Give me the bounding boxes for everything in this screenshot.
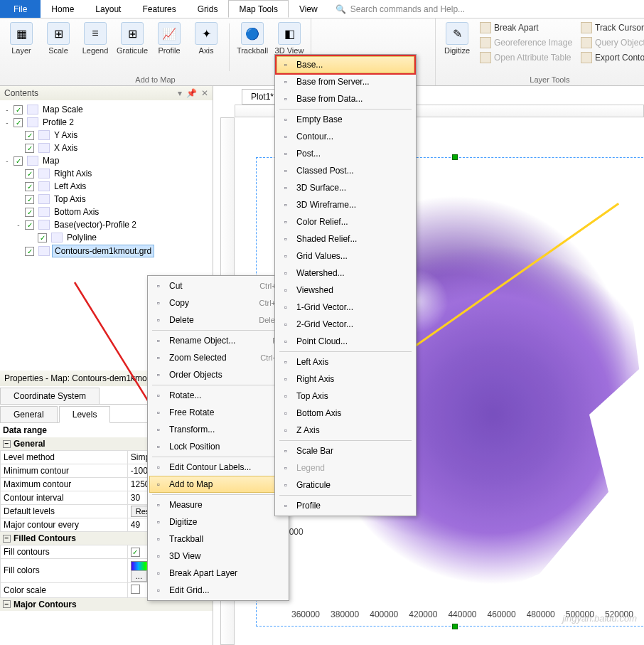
menu-item[interactable]: ▫DeleteDelete <box>149 311 287 329</box>
menu-item[interactable]: ▫Grid Values... <box>277 247 414 265</box>
checkbox[interactable]: ✓ <box>38 233 47 242</box>
tree-item[interactable]: ✓Contours-dem1kmout.grd <box>1 244 211 258</box>
menu-item[interactable]: ▫2-Grid Vector... <box>277 316 414 333</box>
ribbon-trackcursor-button[interactable]: Track Cursor <box>578 21 644 35</box>
tree-item[interactable]: -✓Profile 2 <box>1 116 211 129</box>
tree-item[interactable]: -✓Map <box>1 154 211 167</box>
dropdown-icon[interactable]: ▾ <box>178 88 182 98</box>
menu-item[interactable]: ▫3D Wireframe... <box>277 196 414 213</box>
menu-item[interactable]: ▫Scale Bar <box>277 442 414 459</box>
tab-layout[interactable]: Layout <box>85 0 132 18</box>
menu-item[interactable]: ▫Right Axis <box>277 371 414 388</box>
checkbox[interactable]: ✓ <box>25 131 34 140</box>
menu-item[interactable]: ▫Transform... <box>149 421 287 438</box>
menu-item[interactable]: ▫Bottom Axis <box>277 405 414 422</box>
tree-item[interactable]: -✓Map Scale <box>1 103 211 116</box>
menu-item[interactable]: ▫Free Rotate <box>149 404 287 421</box>
tab-maptools[interactable]: Map Tools <box>228 0 288 18</box>
tree-item[interactable]: ✓Bottom Axis <box>1 206 211 218</box>
tree-item[interactable]: ✓Y Axis <box>1 129 211 142</box>
tree-item[interactable]: ✓Left Axis <box>1 180 211 193</box>
ribbon-profile-button[interactable]: 📈Profile <box>152 21 186 74</box>
menu-item[interactable]: ▫Edit Contour Labels... <box>149 459 287 476</box>
expander-icon[interactable]: - <box>3 119 11 127</box>
checkbox[interactable]: ✓ <box>25 169 34 178</box>
ribbon-legend-button[interactable]: ≡Legend <box>78 21 112 74</box>
menu-item[interactable]: ▫Base from Data... <box>277 90 414 107</box>
menu-item[interactable]: ▫Viewshed <box>277 282 414 299</box>
menu-item[interactable]: ▫Rotate... <box>149 387 287 404</box>
tab-grids[interactable]: Grids <box>187 0 229 18</box>
context-menu-main[interactable]: ▫CutCtrl+X▫CopyCtrl+C▫DeleteDelete▫Renam… <box>147 275 289 601</box>
ribbon-layer-button[interactable]: ▦Layer <box>4 21 38 74</box>
ribbon-axis-button[interactable]: ✦Axis <box>189 21 223 74</box>
tree-item[interactable]: ✓Polyline <box>1 231 211 244</box>
menu-item[interactable]: ▫Color Relief... <box>277 213 414 230</box>
tree-item[interactable]: ✓X Axis <box>1 142 211 154</box>
menu-item[interactable]: ▫1-Grid Vector... <box>277 299 414 316</box>
context-menu-addtomap[interactable]: ▫Base...▫Base from Server...▫Base from D… <box>274 54 417 516</box>
menu-item[interactable]: ▫Rename Object...F2 <box>149 332 287 349</box>
menu-item[interactable]: ▫3D View <box>149 548 287 565</box>
menu-item[interactable]: ▫Profile <box>277 497 414 514</box>
menu-item[interactable]: ▫Contour... <box>277 128 414 145</box>
menu-item[interactable]: ▫CopyCtrl+C <box>149 294 287 311</box>
menu-item[interactable]: ▫Post... <box>277 145 414 162</box>
handle-bottom[interactable] <box>452 624 458 629</box>
menu-item[interactable]: ▫Order Objects▶ <box>149 366 287 383</box>
tree-item[interactable]: ✓Right Axis <box>1 167 211 180</box>
menu-item[interactable]: ▫Lock Position <box>149 438 287 455</box>
menu-item[interactable]: ▫Digitize <box>149 513 287 531</box>
checkbox[interactable]: ✓ <box>25 220 34 230</box>
checkbox[interactable]: ✓ <box>14 105 23 114</box>
menu-item[interactable]: ▫Left Axis <box>277 353 414 371</box>
tab-view[interactable]: View <box>289 0 328 18</box>
checkbox[interactable]: ✓ <box>25 247 34 256</box>
handle-top[interactable] <box>452 154 458 160</box>
ribbon-breakapart-button[interactable]: Break Apart <box>477 21 575 35</box>
tab-home[interactable]: Home <box>41 0 85 18</box>
menu-item[interactable]: ▫Point Cloud... <box>277 333 414 350</box>
menu-item[interactable]: ▫Graticule <box>277 476 414 494</box>
ribbon-exportcontours-button[interactable]: Export Contours <box>578 50 644 65</box>
tab-coordsys[interactable]: Coordinate System <box>0 388 100 405</box>
expander-icon[interactable]: - <box>3 157 11 165</box>
tab-features[interactable]: Features <box>132 0 186 18</box>
pin-icon[interactable]: 📌 <box>186 88 197 98</box>
ribbon-graticule-button[interactable]: ⊞Graticule <box>115 21 149 74</box>
checkbox[interactable]: ✓ <box>25 208 34 217</box>
tab-file[interactable]: File <box>0 0 41 18</box>
checkbox[interactable]: ✓ <box>25 195 34 204</box>
ribbon-digitize-button[interactable]: ✎Digitize <box>440 21 474 74</box>
checkbox[interactable]: ✓ <box>25 144 34 153</box>
menu-item[interactable]: ▫Watershed... <box>277 265 414 282</box>
menu-item[interactable]: ▫Shaded Relief... <box>277 230 414 247</box>
menu-item[interactable]: ▫Base... <box>277 56 414 73</box>
menu-item[interactable]: ▫CutCtrl+X <box>149 277 287 294</box>
menu-item[interactable]: ▫Edit Grid... <box>149 582 287 599</box>
menu-item[interactable]: ▫Measure <box>149 496 287 513</box>
fill-colors-more-button[interactable]: ... <box>131 570 147 582</box>
ribbon-trackball-button[interactable]: 🔵Trackball <box>235 21 269 74</box>
checkbox[interactable]: ✓ <box>14 118 23 127</box>
menu-item[interactable]: ▫Top Axis <box>277 388 414 405</box>
menu-item[interactable]: ▫Empty Base <box>277 111 414 128</box>
menu-item[interactable]: ▫3D Surface... <box>277 179 414 196</box>
menu-item[interactable]: ▫Base from Server... <box>277 73 414 90</box>
tree-item[interactable]: ✓Top Axis <box>1 193 211 206</box>
color-scale-checkbox[interactable] <box>131 585 140 594</box>
menu-item[interactable]: ▫Classed Post... <box>277 162 414 179</box>
search-box[interactable]: 🔍 Search commands and Help... <box>328 0 644 18</box>
tab-general[interactable]: General <box>0 406 58 423</box>
menu-item[interactable]: ▫Z Axis <box>277 422 414 439</box>
menu-item[interactable]: ▫Trackball <box>149 531 287 548</box>
close-icon[interactable]: ✕ <box>201 88 208 98</box>
expander-icon[interactable]: - <box>3 106 11 114</box>
menu-item[interactable]: ▫Zoom SelectedCtrl+L <box>149 349 287 366</box>
expander-icon[interactable]: - <box>14 221 23 229</box>
tree-item[interactable]: -✓Base(vector)-Profile 2 <box>1 218 211 231</box>
tab-levels[interactable]: Levels <box>59 406 111 423</box>
menu-item[interactable]: ▫Add to Map▶ <box>149 476 287 493</box>
checkbox[interactable]: ✓ <box>25 182 34 191</box>
menu-item[interactable]: ▫Break Apart Layer <box>149 565 287 582</box>
